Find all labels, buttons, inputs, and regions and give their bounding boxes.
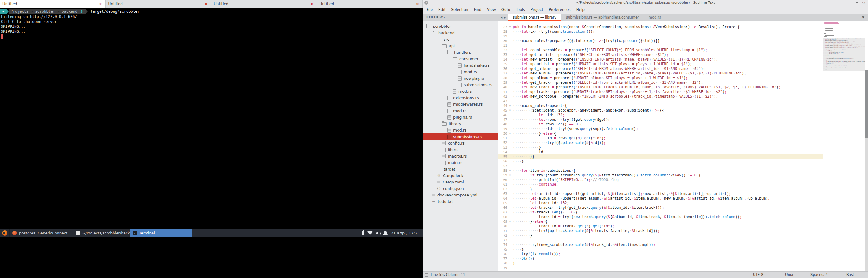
taskbar-clock[interactable]: 21 апр., 17:21 [391,231,420,235]
menu-goto[interactable]: Goto [499,7,513,12]
fold-gutter [507,164,513,168]
sidebar-item-target[interactable]: target [423,166,498,172]
terminal-output-area[interactable]: ~ Projects>scrobbler>backend $ target/de… [0,8,423,229]
battery-icon[interactable] [362,231,364,235]
editor-tab[interactable]: submissions.rs — api/handlers/consumer [561,13,644,21]
wifi-icon[interactable] [368,231,373,235]
sidebar-item-mod-rs[interactable]: mod.rs [423,127,498,133]
close-icon[interactable]: × [416,2,419,6]
powerline-arrow-icon [85,9,88,14]
sidebar-item-scrobbler[interactable]: scrobbler [423,23,498,30]
code-line: 37····let·new_album·=·prepare!("INSERT·I… [498,71,824,76]
maximize-icon[interactable]: ◇ [862,0,865,6]
code-editor[interactable]: 27∨pub·fn·handle_submissions(conn:·&Gene… [498,21,868,271]
fold-gutter [507,76,513,80]
terminal-tab[interactable]: Untitled× [106,0,212,8]
scrollbar-handle[interactable] [865,70,868,138]
indent-setting[interactable]: Spaces: 4 [810,272,828,278]
sidebar-item-submissions-rs[interactable]: submissions.rs [423,81,498,88]
sidebar-item-lib-rs[interactable]: lib.rs [423,146,498,153]
minimap-line [825,35,834,36]
menu-edit[interactable]: Edit [436,7,448,12]
tab-scroll-left-icon[interactable]: ◀ [500,16,502,19]
editor-tab[interactable]: submissions.rs — library [508,13,561,21]
sidebar-item-handshake-rs[interactable]: handshake.rs [423,62,498,69]
terminal-tab[interactable]: Untitled× [0,0,106,8]
taskbar-window-button[interactable]: postgres::GenericConnect... [9,229,73,237]
sidebar-item-mod-rs[interactable]: mod.rs [423,107,498,114]
menu-view[interactable]: View [484,7,498,12]
sidebar-item-middlewares-rs[interactable]: middlewares.rs [423,101,498,107]
menu-find[interactable]: Find [471,7,485,12]
code-line: 31 [498,43,824,48]
menu-tools[interactable]: Tools [513,7,528,12]
taskbar-window-button[interactable]: >_Terminal [130,229,192,237]
code-line: 47············let·rows·=·try!($get.query… [498,117,824,122]
minimize-icon[interactable]: − [856,0,859,6]
fold-arrow-icon[interactable]: ∨ [507,103,513,108]
minimap-viewport[interactable] [824,38,865,71]
fold-arrow-icon[interactable]: ∨ [507,108,513,113]
sidebar-item-src[interactable]: src [423,36,498,43]
close-icon[interactable]: × [310,2,314,6]
editor-tab[interactable]: mod.rs [644,13,666,21]
sidebar-item-label: submissions.rs [453,134,482,139]
sidebar-item-config-json[interactable]: {}config.json [423,185,498,192]
close-icon[interactable]: × [99,2,102,6]
taskbar-window-button[interactable]: ~/Projects/scrobbler/back... [73,229,130,237]
terminal-tab[interactable]: Untitled× [317,0,423,8]
code-text: ················id·=·try!($new.query($np… [513,127,824,131]
sidebar-item-backend[interactable]: backend [423,30,498,36]
sidebar-item-main-rs[interactable]: main.rs [423,160,498,166]
sidebar-item-mod-rs[interactable]: mod.rs [423,69,498,75]
sidebar-item-config-rs[interactable]: config.rs [423,140,498,146]
sidebar-item-extensions-rs[interactable]: extensions.rs [423,95,498,101]
menu-project[interactable]: Project [528,7,546,12]
minimap[interactable]: pub·fn·handle_submissions(conn:·&Generic… [824,21,865,271]
sidebar-item-todo-txt[interactable]: ≡todo.txt [423,198,498,205]
code-text: ············track_id·=·try!(new_track.qu… [513,215,824,219]
folder-open-icon [437,38,441,41]
sidebar-item-handlers[interactable]: handlers [423,49,498,56]
sidebar-item-mod-rs[interactable]: mod.rs [423,88,498,95]
fold-gutter [507,141,513,145]
sidebar-item-nowplay-rs[interactable]: nowplay.rs [423,75,498,81]
sidebar-item-docker-compose-yml[interactable]: docker-compose.yml [423,192,498,198]
fold-gutter [507,233,513,238]
menu-file[interactable]: File [424,7,436,12]
menu-preferences[interactable]: Preferences [546,7,574,12]
menu-selection[interactable]: Selection [448,7,471,12]
tab-scroll-right-icon[interactable]: ▶ [504,16,506,19]
terminal-tab[interactable]: Untitled× [211,0,317,8]
window-title-bar[interactable]: × ~/Projects/scrobbler/backend/src/libra… [423,0,868,6]
fold-arrow-icon[interactable]: ∨ [507,25,513,29]
sidebar-item-cargo-lock[interactable]: ⚙Cargo.lock [423,172,498,179]
sidebar-item-plugins-rs[interactable]: plugins.rs [423,114,498,120]
volume-icon[interactable] [376,231,380,235]
sidebar-item-api[interactable]: api [423,43,498,49]
fold-gutter [507,210,513,215]
line-number: 42 [498,94,507,99]
window-icon[interactable]: × [425,1,428,5]
status-console-icon[interactable] [425,273,428,277]
sidebar-item-cargo-toml[interactable]: Cargo.toml [423,179,498,185]
code-line: 49················id·=·try!($new.query($… [498,127,824,131]
start-menu-button[interactable] [0,229,9,237]
editor-tab-label: submissions.rs — library [513,15,557,20]
sidebar-item-submissions-rs[interactable]: submissions.rs [423,133,498,140]
sidebar-item-library[interactable]: library [423,120,498,127]
fold-arrow-icon[interactable]: ∨ [507,173,513,178]
sidebar-item-consumer[interactable]: consumer [423,56,498,62]
fold-arrow-icon[interactable]: ∨ [507,219,513,224]
scrollbar-track[interactable] [865,138,868,271]
sidebar-item-label: extensions.rs [453,96,479,100]
fold-arrow-icon[interactable]: ∨ [507,168,513,173]
menu-help[interactable]: Help [574,7,587,12]
sidebar-item-macros-rs[interactable]: macros.rs [423,153,498,160]
close-icon[interactable]: × [205,2,208,6]
syntax-selector[interactable]: Rust [846,272,854,278]
tab-overflow-icon[interactable]: ▼ [862,13,868,21]
terminal-tab-label: Untitled [214,2,228,6]
fold-arrow-icon[interactable]: ∨ [507,131,513,136]
notifications-icon[interactable] [383,231,387,234]
